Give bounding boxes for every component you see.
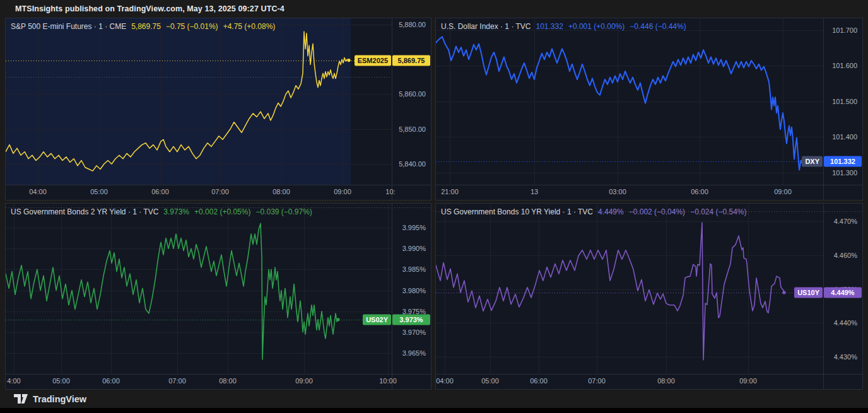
- bottom-strip: [0, 408, 868, 413]
- last-price: 5,869.75: [131, 22, 161, 31]
- x-axis-label[interactable]: 10:: [385, 188, 395, 195]
- x-axis-label[interactable]: 06:00: [530, 377, 548, 385]
- last-price: 101.332: [536, 22, 563, 31]
- x-axis-label[interactable]: 05:00: [90, 188, 108, 195]
- x-axis-label[interactable]: 06:00: [691, 188, 708, 195]
- y-axis-label[interactable]: 3.985%: [402, 265, 426, 273]
- y-axis-label[interactable]: 101.600: [832, 62, 857, 69]
- symbol-title: US Government Bonds 10 YR Yield · 1 · TV…: [441, 207, 593, 216]
- change-extended: −0.024 (−0.54%): [690, 207, 746, 216]
- y-axis-label[interactable]: 5,880.00: [399, 21, 426, 28]
- published-chart-layout: MTSInsights published on TradingView.com…: [0, 0, 868, 413]
- change-value: −0.002 (−0.04%): [629, 207, 685, 216]
- y-axis-label[interactable]: 4.470%: [834, 218, 857, 225]
- sp500-futures-chart-canvas[interactable]: [6, 18, 431, 200]
- tradingview-logo-icon[interactable]: [14, 394, 28, 404]
- legend-us02y: US Government Bonds 2 YR Yield · 1 · TVC…: [11, 207, 312, 216]
- tradingview-brand-link[interactable]: TradingView: [33, 394, 86, 404]
- symbol-title: US Government Bonds 2 YR Yield · 1 · TVC: [11, 207, 158, 216]
- x-axis-label[interactable]: 08:00: [657, 377, 675, 385]
- price-badge-value: 3.973%: [392, 314, 430, 325]
- last-price: 4.449%: [598, 207, 624, 216]
- x-axis-label[interactable]: 09:00: [334, 188, 351, 195]
- publication-header: MTSInsights published on TradingView.com…: [15, 0, 284, 18]
- price-badge-symbol: US10Y: [794, 287, 823, 298]
- panel-dxy[interactable]: U.S. Dollar Index · 1 · TVC101.332+0.001…: [435, 18, 863, 201]
- x-axis-label[interactable]: 06:00: [151, 188, 169, 195]
- y-axis-label[interactable]: 3.995%: [402, 224, 426, 231]
- change-value: −0.75 (−0.01%): [166, 22, 218, 31]
- x-axis-label[interactable]: 04:00: [29, 188, 47, 195]
- x-axis-label[interactable]: 08:00: [219, 377, 237, 385]
- panel-us02y[interactable]: US Government Bonds 2 YR Yield · 1 · TVC…: [5, 203, 431, 390]
- x-axis-label[interactable]: 03:00: [609, 188, 626, 195]
- x-axis-label[interactable]: 13: [531, 188, 538, 195]
- symbol-title: S&P 500 E-mini Futures · 1 · CME: [11, 22, 126, 31]
- price-badge-symbol: US02Y: [363, 314, 391, 325]
- change-extended: +4.75 (+0.08%): [223, 22, 276, 31]
- x-axis-label[interactable]: 09:00: [739, 377, 757, 385]
- dxy-chart-canvas[interactable]: [436, 18, 862, 200]
- x-axis-label[interactable]: 05:00: [481, 377, 499, 385]
- x-axis-label[interactable]: 07:00: [211, 188, 229, 195]
- x-axis-label[interactable]: 07:00: [168, 377, 186, 385]
- x-axis-label[interactable]: 06:00: [102, 377, 120, 385]
- y-axis-label[interactable]: 101.400: [832, 133, 857, 141]
- change-extended: −0.039 (−0.97%): [255, 207, 312, 216]
- legend-sp500-futures: S&P 500 E-mini Futures · 1 · CME5,869.75…: [11, 22, 275, 31]
- change-value: +0.001 (+0.00%): [568, 22, 625, 31]
- footer-bar: TradingView: [0, 390, 868, 408]
- x-axis-label[interactable]: 05:00: [52, 377, 70, 385]
- y-axis-label[interactable]: 3.965%: [402, 349, 426, 357]
- y-axis-label[interactable]: 5,840.00: [399, 160, 426, 168]
- x-axis-label[interactable]: 07:00: [588, 377, 606, 385]
- y-axis-label[interactable]: 4.430%: [834, 353, 857, 361]
- x-axis-label[interactable]: 04:00: [436, 377, 454, 385]
- y-axis-label[interactable]: 3.980%: [402, 287, 426, 294]
- y-axis-label[interactable]: 3.990%: [402, 245, 426, 252]
- price-badge-symbol: DXY: [802, 156, 823, 166]
- change-extended: −0.446 (−0.44%): [630, 22, 686, 31]
- price-badge-value: 4.449%: [824, 287, 862, 298]
- legend-dxy: U.S. Dollar Index · 1 · TVC101.332+0.001…: [441, 22, 686, 31]
- x-axis-label[interactable]: 08:00: [273, 188, 290, 195]
- panel-us10y[interactable]: US Government Bonds 10 YR Yield · 1 · TV…: [435, 203, 863, 390]
- y-axis-label[interactable]: 101.700: [832, 26, 857, 34]
- y-axis-label[interactable]: 5,860.00: [399, 90, 426, 98]
- y-axis-label[interactable]: 5,850.00: [399, 125, 426, 133]
- price-badge-value: 5,869.75: [392, 55, 430, 66]
- last-price: 3.973%: [163, 207, 189, 216]
- price-badge-value: 101.332: [824, 156, 862, 166]
- x-axis-label[interactable]: 09:00: [295, 377, 313, 385]
- x-axis-label[interactable]: 10:00: [379, 377, 397, 385]
- change-value: +0.002 (+0.05%): [194, 207, 250, 216]
- us02y-chart-canvas[interactable]: [6, 204, 431, 389]
- legend-us10y: US Government Bonds 10 YR Yield · 1 · TV…: [441, 207, 747, 216]
- y-axis-label[interactable]: 4.440%: [834, 319, 857, 327]
- y-axis-label[interactable]: 101.300: [832, 169, 857, 177]
- y-axis-label[interactable]: 101.500: [832, 98, 857, 105]
- y-axis-label[interactable]: 3.970%: [402, 329, 426, 336]
- x-axis-label[interactable]: 4:00: [7, 377, 20, 385]
- y-axis-label[interactable]: 4.460%: [834, 252, 857, 259]
- price-badge-symbol: ESM2025: [355, 55, 391, 66]
- panel-sp500-futures[interactable]: S&P 500 E-mini Futures · 1 · CME5,869.75…: [5, 18, 431, 201]
- x-axis-label[interactable]: 09:00: [774, 188, 792, 195]
- symbol-title: U.S. Dollar Index · 1 · TVC: [441, 22, 531, 31]
- x-axis-label[interactable]: 21:00: [441, 188, 459, 195]
